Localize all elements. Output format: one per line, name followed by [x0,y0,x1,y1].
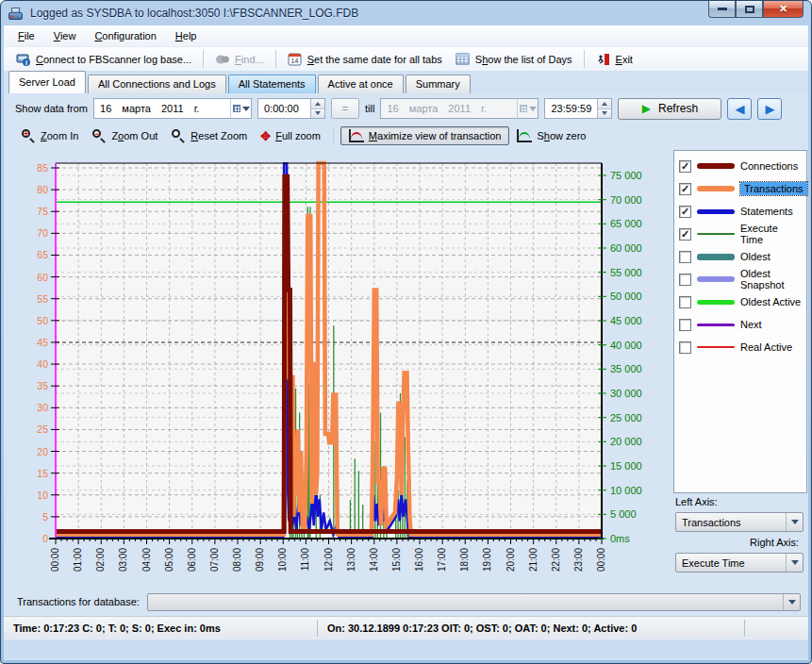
legend-item-real-active[interactable]: Real Active [676,336,804,358]
svg-text:08:00: 08:00 [232,548,242,572]
svg-text:03:00: 03:00 [118,548,128,572]
window-title: Logged as SYSDBA to localhost:3050 I:\FB… [30,7,358,20]
svg-text:45: 45 [37,337,48,348]
next-day-button[interactable]: ▶ [757,98,782,120]
svg-text:75 000: 75 000 [610,170,642,181]
svg-text:70 000: 70 000 [610,194,642,206]
show-zero-button[interactable]: Show zero [511,127,591,144]
app-icon [8,7,25,21]
legend-item-oldest-active[interactable]: Oldest Active [676,290,804,313]
server-load-panel: Show data from 16 марта 2011 г. 0:00:00 … [4,93,808,660]
connect-button[interactable]: i Connect to FBScanner log base... [9,49,198,70]
svg-text:0: 0 [42,533,48,544]
series-color-chip [697,186,735,191]
svg-text:30: 30 [37,402,48,413]
legend-item-oldest[interactable]: Oldest [676,245,804,268]
left-axis-value: Transactions [676,517,786,528]
days-grid-icon [456,52,471,67]
menu-view[interactable]: View [44,27,86,45]
svg-text:13:00: 13:00 [346,548,356,572]
zoom-out-button[interactable]: − Zoom Out [86,126,163,145]
from-time-value: 0:00:00 [264,103,310,114]
checkbox[interactable]: ✓ [679,228,691,241]
reset-zoom-button[interactable]: Reset Zoom [165,126,253,145]
svg-text:06:00: 06:00 [187,548,197,572]
tab-server-load[interactable]: Server Load [8,71,86,93]
find-label: Find... [235,54,264,65]
till-date-picker[interactable]: 16 марта 2011 г. [380,98,539,119]
from-time-spinner[interactable]: 0:00:00 [257,98,325,119]
chevron-down-icon [786,554,803,572]
spin-down-icon [602,111,607,115]
minimize-icon [718,8,727,10]
svg-text:5: 5 [42,511,48,523]
checkbox[interactable] [679,274,691,286]
svg-text:23:00: 23:00 [573,548,584,572]
legend-item-oldest-snapshot[interactable]: Oldest Snapshot [676,268,804,290]
from-time-spin-buttons[interactable] [310,99,324,118]
show-days-button[interactable]: Show the list of Days [449,49,579,70]
set-same-date-button[interactable]: 14 Set the same date for all tabs [281,49,449,70]
refresh-button[interactable]: ▶Refresh [618,98,721,120]
status-bar: Time: 0:17:23 C: 0; T: 0; S: 0; Exec in:… [4,616,808,639]
close-button[interactable]: ✕ [763,1,804,18]
tab-summary[interactable]: Summary [406,75,471,93]
menu-file[interactable]: File [8,27,44,45]
svg-text:55 000: 55 000 [610,267,642,278]
legend-item-execute-time[interactable]: ✓Execute Time [676,223,804,245]
checkbox[interactable] [679,341,691,354]
maximize-view-button[interactable]: Maximize view of transaction [340,126,510,145]
from-date-value: 16 марта 2011 г. [100,103,226,114]
legend-item-next[interactable]: Next [676,313,804,336]
full-zoom-button[interactable]: ✥ Full zoom [255,128,326,144]
checkbox[interactable]: ✓ [679,160,691,173]
from-date-picker[interactable]: 16 марта 2011 г. [93,98,252,119]
svg-text:19:00: 19:00 [482,548,492,572]
right-axis-select[interactable]: Execute Time [675,553,804,573]
toolbar-separator [584,50,585,68]
tab-all-connections[interactable]: All Connections and Logs [88,75,226,93]
equalize-dates-button[interactable]: = [331,98,359,119]
reset-zoom-icon [171,128,186,143]
minimize-button[interactable] [708,1,736,18]
till-date-dropdown-button[interactable] [517,99,538,118]
checkbox[interactable]: ✓ [679,183,691,195]
show-zero-icon [517,129,532,142]
database-select[interactable] [147,593,801,611]
checkbox[interactable] [679,251,691,263]
status-time-section: Time: 0:17:23 C: 0; T: 0; S: 0; Exec in:… [4,622,317,634]
checkbox[interactable] [679,319,691,331]
left-axis-select[interactable]: Transactions [675,512,804,532]
tab-strip: Server Load All Connections and Logs All… [4,71,808,93]
find-button[interactable]: Find... [208,49,271,70]
zoom-in-button[interactable]: + Zoom In [15,126,84,145]
till-time-spin-buttons[interactable] [597,99,611,118]
right-axis-label: Right Axis: [750,537,799,548]
previous-day-button[interactable]: ◀ [727,98,752,120]
svg-text:20 000: 20 000 [610,436,642,447]
legend-item-transactions[interactable]: ✓Transactions [676,177,804,200]
legend-item-statements[interactable]: ✓Statements [676,200,804,223]
svg-text:07:00: 07:00 [209,548,220,572]
chevron-down-icon [786,513,803,531]
series-color-chip [697,254,735,260]
from-date-dropdown-button[interactable] [230,99,251,118]
tab-all-statements[interactable]: All Statements [228,75,316,93]
exit-button[interactable]: Exit [589,49,639,70]
checkbox[interactable] [679,296,691,308]
server-load-chart[interactable]: 00:0001:0002:0003:0004:0005:0006:0007:00… [8,150,671,591]
svg-text:20: 20 [37,446,48,457]
svg-text:35 000: 35 000 [610,363,642,374]
menu-help[interactable]: Help [166,27,207,45]
exit-label: Exit [616,54,633,65]
till-date-value: 16 марта 2011 г. [387,103,513,114]
svg-text:04:00: 04:00 [141,548,152,572]
app-window: Logged as SYSDBA to localhost:3050 I:\FB… [0,0,812,664]
till-time-spinner[interactable]: 23:59:59 [544,98,612,119]
svg-text:20:00: 20:00 [505,548,516,572]
legend-item-connections[interactable]: ✓Connections [676,155,804,177]
menu-configuration[interactable]: Configuration [85,27,165,45]
checkbox[interactable]: ✓ [679,206,691,218]
tab-active-at-once[interactable]: Active at once [318,75,404,93]
maximize-button[interactable] [736,1,763,18]
